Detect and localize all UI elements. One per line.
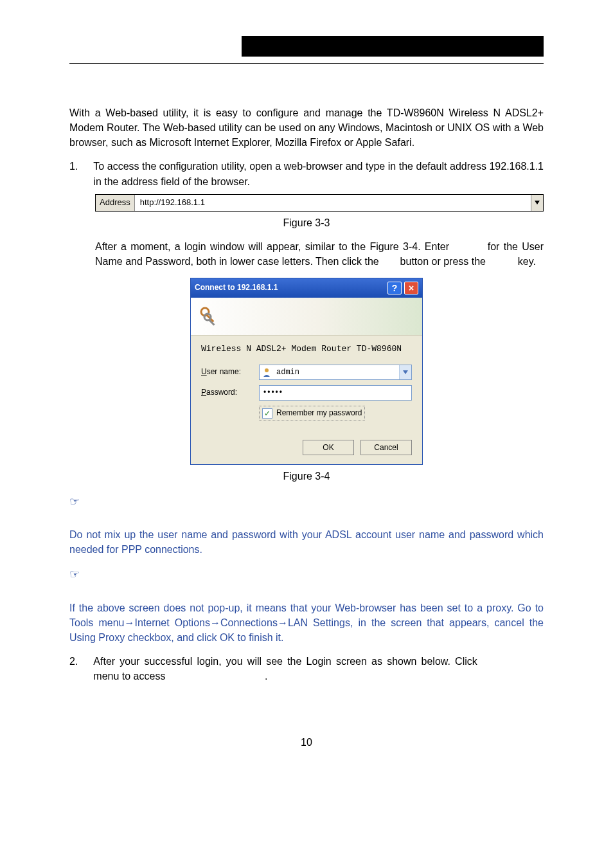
note-2-body: If the above screen does not pop-up, it … [69, 601, 544, 646]
step-2: 2. After your successful login, you will… [69, 654, 544, 683]
step2-e: . [265, 671, 267, 682]
after-text-a: After a moment, a login window will appe… [95, 241, 453, 252]
password-input[interactable] [260, 386, 419, 399]
remember-checkbox[interactable]: ✓ [262, 408, 272, 419]
address-label-button[interactable]: Address [96, 195, 135, 211]
arrow-icon: → [210, 617, 220, 628]
intro-paragraph: With a Web-based utility, it is easy to … [69, 105, 544, 150]
note2-c: Connections [220, 617, 278, 628]
step-2-number: 2. [69, 654, 78, 683]
username-input[interactable] [274, 366, 399, 379]
username-row: User name: [201, 365, 412, 380]
address-dropdown-icon[interactable] [531, 195, 543, 211]
after-text-f: Enter [488, 256, 515, 267]
step2-d: Quick Setup Wizard [168, 671, 265, 682]
password-row: Password: [201, 385, 412, 401]
page-number: 10 [69, 735, 544, 750]
cancel-button[interactable]: Cancel [360, 440, 412, 455]
step2-a: After your successful login, you will se… [93, 656, 482, 667]
step-2-text: After your successful login, you will se… [93, 654, 544, 683]
header-rule [69, 63, 544, 64]
figure-3-4-caption: Figure 3-4 [69, 469, 544, 484]
header-bar [69, 36, 544, 57]
svg-point-4 [265, 368, 269, 372]
password-label: Password: [201, 387, 259, 398]
arrow-icon: → [124, 617, 134, 628]
after-text-g: key. [515, 256, 536, 267]
username-combobox[interactable] [259, 365, 412, 380]
step2-c: menu to access [93, 671, 168, 682]
section-heading: 3.2 Login [69, 71, 544, 94]
login-dialog: Connect to 192.168.1.1 ? × Wireless N AD… [190, 278, 423, 465]
keys-icon [199, 305, 220, 327]
dialog-title: Connect to 192.168.1.1 [195, 282, 278, 293]
note2-b: Internet Options [134, 617, 209, 628]
ok-button[interactable]: OK [303, 440, 354, 455]
chevron-down-icon[interactable] [399, 365, 411, 379]
dialog-titlebar: Connect to 192.168.1.1 ? × [191, 278, 422, 298]
step-1: 1. To access the configuration utility, … [69, 159, 544, 188]
username-label: User name: [201, 366, 259, 377]
device-name: Wireless N ADSL2+ Modem Router TD-W8960N [201, 343, 412, 356]
close-icon[interactable]: × [404, 282, 418, 294]
address-bar: Address http://192.168.1.1 [95, 194, 544, 212]
note-1-heading: Note: [69, 512, 94, 523]
after-text-d: OK [382, 256, 397, 267]
dialog-banner [191, 298, 422, 336]
pointer-icon: ☞ [69, 493, 544, 510]
step2-b: Quick Setup [482, 656, 544, 667]
after-login-paragraph: After a moment, a login window will appe… [95, 239, 544, 269]
note-2-heading: Note: [69, 584, 94, 595]
arrow-icon: → [278, 617, 288, 628]
step-1-text: To access the configuration utility, ope… [93, 159, 544, 188]
figure-3-3-caption: Figure 3-3 [69, 215, 544, 230]
pointer-icon: ☞ [69, 566, 544, 583]
header-blackbox [242, 36, 544, 57]
after-text-e: button or press the [397, 256, 488, 267]
remember-password-row[interactable]: ✓ Remember my password [259, 406, 365, 420]
after-text-b: admin [453, 241, 483, 252]
user-icon [260, 368, 274, 377]
help-icon[interactable]: ? [387, 282, 402, 294]
remember-label: Remember my password [276, 408, 362, 419]
note-1-body: Do not mix up the user name and password… [69, 527, 544, 557]
address-field[interactable]: http://192.168.1.1 [135, 195, 531, 211]
password-box[interactable] [259, 385, 412, 401]
step-1-number: 1. [69, 159, 78, 188]
